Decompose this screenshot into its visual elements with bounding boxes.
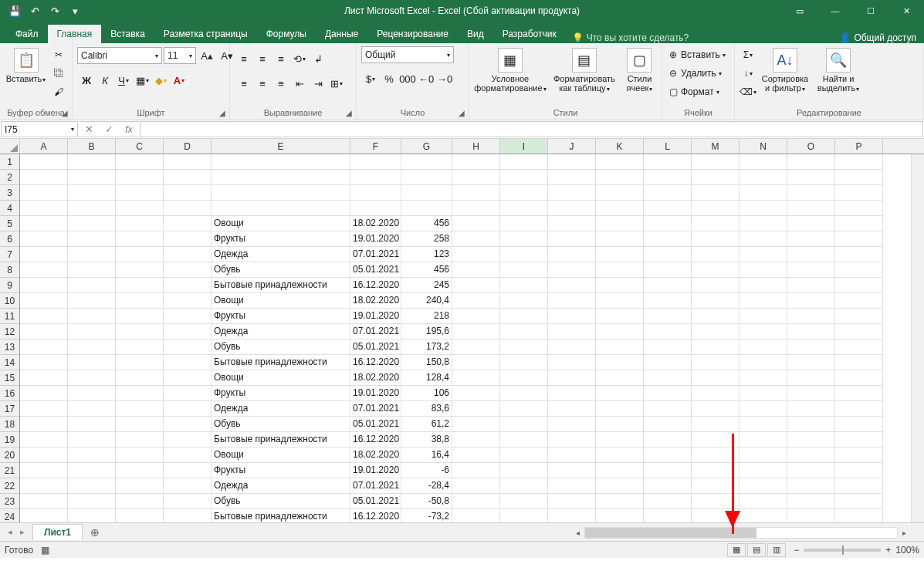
cell-K24[interactable] [596,509,644,522]
cell-F3[interactable] [350,185,401,201]
cell-L23[interactable] [644,494,692,509]
cell-J15[interactable] [548,370,596,386]
cell-I9[interactable] [500,278,548,293]
cell-C4[interactable] [116,201,164,216]
cell-D13[interactable] [164,339,212,355]
increase-decimal-icon[interactable]: ←0 [417,69,435,88]
cell-D14[interactable] [164,355,212,370]
cell-B8[interactable] [68,262,116,278]
cell-P3[interactable] [835,185,883,201]
column-header-J[interactable]: J [548,139,596,154]
horizontal-scrollbar[interactable]: ◂ ▸ [571,526,911,539]
cell-B12[interactable] [68,324,116,339]
tab-page-layout[interactable]: Разметка страницы [154,25,257,43]
cell-E11[interactable]: Фрукты [212,309,350,324]
cell-F5[interactable]: 18.02.2020 [350,216,401,231]
cell-O20[interactable] [787,448,835,463]
cell-K6[interactable] [596,231,644,247]
tab-home[interactable]: Главная [48,25,102,43]
cell-N2[interactable] [740,170,787,185]
cell-A16[interactable] [20,386,68,401]
cell-I14[interactable] [500,355,548,370]
cell-L21[interactable] [644,463,692,478]
cell-I3[interactable] [500,185,548,201]
cell-H3[interactable] [452,185,500,201]
cell-I20[interactable] [500,448,548,463]
font-name-select[interactable]: Calibri▾ [77,47,162,64]
cell-A4[interactable] [20,201,68,216]
cell-K18[interactable] [596,417,644,432]
cell-O10[interactable] [787,293,835,309]
align-top-icon[interactable]: ≡ [235,49,253,68]
cell-M14[interactable] [692,355,740,370]
comma-icon[interactable]: 000 [398,69,417,88]
cell-D18[interactable] [164,417,212,432]
cell-M12[interactable] [692,324,740,339]
row-header-18[interactable]: 18 [0,417,19,432]
cell-I6[interactable] [500,231,548,247]
cell-O17[interactable] [787,401,835,417]
row-header-3[interactable]: 3 [0,185,19,201]
cell-J13[interactable] [548,339,596,355]
tab-formulas[interactable]: Формулы [257,25,316,43]
cell-O23[interactable] [787,494,835,509]
cell-E24[interactable]: Бытовые принадлежности [212,509,350,522]
conditional-formatting-button[interactable]: ▦ Условное форматирование▾ [474,46,547,93]
column-header-P[interactable]: P [835,139,883,154]
cell-B10[interactable] [68,293,116,309]
cell-O15[interactable] [787,370,835,386]
cell-J7[interactable] [548,247,596,262]
cell-C20[interactable] [116,448,164,463]
cell-G10[interactable]: 240,4 [401,293,452,309]
cell-O14[interactable] [787,355,835,370]
cell-J10[interactable] [548,293,596,309]
cell-H18[interactable] [452,417,500,432]
cell-E22[interactable]: Одежда [212,478,350,494]
cell-L15[interactable] [644,370,692,386]
cell-A10[interactable] [20,293,68,309]
cell-E16[interactable]: Фрукты [212,386,350,401]
name-box[interactable]: I75▾ [1,121,78,137]
fill-icon[interactable]: ↓▾ [740,65,756,82]
cell-P7[interactable] [835,247,883,262]
row-header-4[interactable]: 4 [0,201,19,216]
cell-L24[interactable] [644,509,692,522]
row-header-8[interactable]: 8 [0,262,19,278]
paste-button[interactable]: 📋 Вставить▾ [5,46,47,84]
cell-J23[interactable] [548,494,596,509]
cell-G3[interactable] [401,185,452,201]
cell-A19[interactable] [20,432,68,448]
cell-I23[interactable] [500,494,548,509]
cell-H2[interactable] [452,170,500,185]
row-header-22[interactable]: 22 [0,478,19,494]
cell-B6[interactable] [68,231,116,247]
cell-N13[interactable] [740,339,787,355]
cell-P8[interactable] [835,262,883,278]
delete-cells-button[interactable]: ⊖Удалить▾ [667,65,722,82]
qat-customize-icon[interactable]: ▾ [66,2,83,19]
cell-N17[interactable] [740,401,787,417]
tab-data[interactable]: Данные [316,25,367,43]
cell-F20[interactable]: 18.02.2020 [350,448,401,463]
cell-I15[interactable] [500,370,548,386]
format-cells-button[interactable]: ▢Формат▾ [667,83,719,100]
cell-E13[interactable]: Обувь [212,339,350,355]
cell-D1[interactable] [164,154,212,170]
cell-G11[interactable]: 218 [401,309,452,324]
row-header-16[interactable]: 16 [0,386,19,401]
cell-L9[interactable] [644,278,692,293]
cell-J5[interactable] [548,216,596,231]
format-as-table-button[interactable]: ▤ Форматировать как таблицу▾ [550,46,619,93]
cell-C19[interactable] [116,432,164,448]
cell-O21[interactable] [787,463,835,478]
cell-J3[interactable] [548,185,596,201]
cell-C24[interactable] [116,509,164,522]
cell-B11[interactable] [68,309,116,324]
cell-H6[interactable] [452,231,500,247]
cell-C12[interactable] [116,324,164,339]
cell-N14[interactable] [740,355,787,370]
cell-B18[interactable] [68,417,116,432]
cell-G6[interactable]: 258 [401,231,452,247]
clear-icon[interactable]: ⌫▾ [740,83,756,100]
cell-P4[interactable] [835,201,883,216]
